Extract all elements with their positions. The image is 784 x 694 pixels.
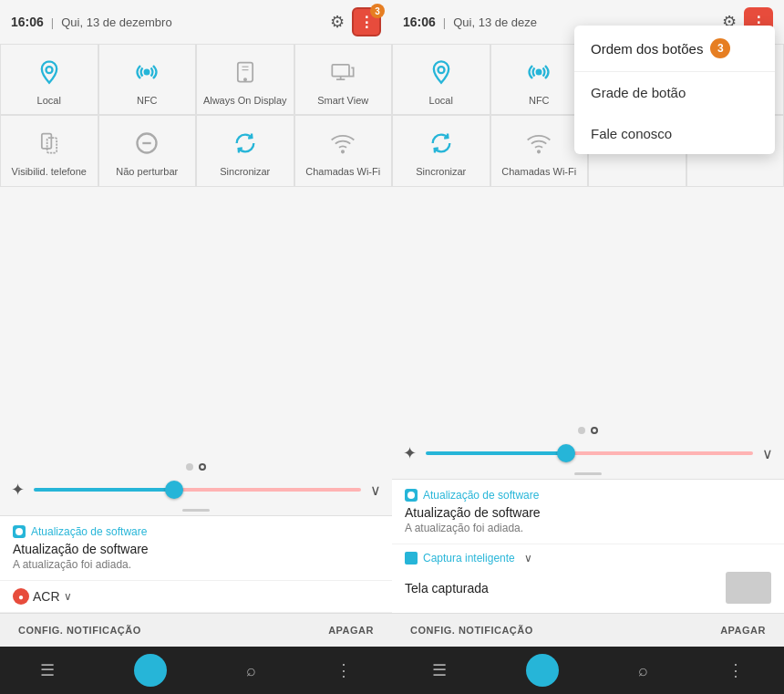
quick-item-sync[interactable]: Sincronizar — [196, 115, 294, 186]
handle-bar — [0, 505, 392, 515]
dnd-icon — [130, 127, 163, 160]
sync-icon — [229, 127, 262, 160]
notif-app-icon — [13, 525, 26, 538]
right-apagar-button[interactable]: APAGAR — [715, 621, 771, 639]
right-home-button[interactable] — [526, 654, 559, 687]
quick-item-wifi-call[interactable]: Chamadas Wi-Fi — [294, 115, 393, 186]
right-bottom-bar: CONFIG. NOTIFICAÇÃO APAGAR — [392, 613, 784, 647]
tela-title: Tela capturada — [405, 581, 489, 596]
pagination-dots — [0, 456, 392, 474]
notif-header: Atualização de software — [13, 525, 379, 538]
right-notification-area: Atualização de software Atualização de s… — [392, 479, 784, 613]
dropdown-item-order[interactable]: Ordem dos botões 3 — [574, 26, 775, 72]
acr-row[interactable]: ● ACR ∨ — [0, 581, 392, 613]
nfc-icon — [130, 56, 163, 88]
right-quick-item-nfc[interactable]: NFC — [490, 44, 589, 115]
right-more-icon[interactable]: ⋮ — [727, 660, 744, 680]
gear-icon[interactable]: ⚙ — [330, 12, 345, 32]
chevron-down-icon[interactable]: ∨ — [370, 482, 381, 499]
dropdown-label-order: Ordem dos botões — [591, 41, 703, 57]
right-notif-body: A atualização foi adiada. — [405, 522, 771, 534]
svg-point-21 — [538, 150, 540, 152]
svg-rect-6 — [333, 65, 350, 77]
quick-item-smart-view[interactable]: Smart View — [294, 44, 393, 115]
quick-label-local: Local — [37, 94, 61, 107]
more-icon[interactable]: ⋮ — [335, 660, 352, 680]
right-menu-icon[interactable]: ☰ — [432, 660, 447, 680]
search-icon[interactable]: ⌕ — [246, 661, 256, 680]
dot-2 — [199, 463, 206, 471]
right-brightness-track — [426, 451, 753, 455]
wifi-call-icon — [326, 127, 359, 160]
right-spacer-area — [392, 194, 784, 420]
captura-chevron-icon: ∨ — [524, 552, 532, 565]
right-brightness-thumb — [557, 444, 575, 462]
quick-item-nfc[interactable]: NFC — [98, 44, 197, 115]
dot-1 — [186, 463, 193, 471]
quick-item-dnd[interactable]: Não perturbar — [98, 115, 197, 186]
right-chevron-down-icon[interactable]: ∨ — [762, 445, 773, 462]
svg-point-15 — [438, 67, 444, 73]
quick-label-dnd: Não perturbar — [116, 165, 178, 178]
right-quick-label-sync: Sincronizar — [416, 165, 466, 178]
acr-chevron-icon: ∨ — [64, 590, 72, 603]
right-quick-label-local: Local — [429, 94, 453, 107]
notification-badge: 3 — [370, 4, 385, 18]
right-software-update-notification: Atualização de software Atualização de s… — [392, 480, 784, 544]
quick-settings: Local NFC — [0, 44, 392, 194]
right-handle-bar — [392, 469, 784, 479]
smart-view-icon — [326, 56, 359, 88]
right-handle — [574, 472, 602, 475]
quick-label-visibility: Visibilid. telefone — [12, 165, 87, 178]
right-nav-bar: ☰ ⌕ ⋮ — [392, 647, 784, 694]
svg-point-5 — [244, 78, 246, 80]
acr-label: ACR — [33, 589, 60, 604]
dropdown-badge: 3 — [710, 38, 730, 58]
more-options-button[interactable]: ⋮ 3 — [352, 7, 381, 36]
apagar-button[interactable]: APAGAR — [323, 621, 379, 639]
right-config-notif-button[interactable]: CONFIG. NOTIFICAÇÃO — [405, 621, 539, 639]
brightness-thumb — [165, 481, 183, 499]
brightness-row: ✦ ∨ — [0, 474, 392, 505]
right-nfc-icon — [522, 56, 555, 88]
quick-item-always-on[interactable]: Always On Display — [196, 44, 294, 115]
left-status-icons: ⚙ ⋮ 3 — [330, 7, 381, 36]
svg-point-14 — [15, 528, 23, 535]
notif-app-name: Atualização de software — [31, 525, 147, 538]
right-notif-app-icon — [405, 489, 418, 502]
notification-area: Atualização de software Atualização de s… — [0, 515, 392, 613]
dropdown-menu: Ordem dos botões 3 Grade de botão Fale c… — [574, 26, 775, 154]
quick-item-local[interactable]: Local — [0, 44, 98, 115]
right-wifi-call-icon — [522, 127, 555, 160]
right-sync-icon — [425, 127, 458, 160]
right-dot-2 — [591, 427, 598, 434]
dropdown-item-fale[interactable]: Fale conosco — [574, 113, 775, 154]
right-quick-item-sync[interactable]: Sincronizar — [392, 115, 490, 186]
dropdown-item-grade[interactable]: Grade de botão — [574, 72, 775, 113]
right-search-icon[interactable]: ⌕ — [638, 661, 648, 680]
right-quick-item-wifi-call[interactable]: Chamadas Wi-Fi — [490, 115, 589, 186]
menu-icon[interactable]: ☰ — [40, 660, 55, 680]
visibility-icon — [33, 127, 66, 160]
quick-label-sync: Sincronizar — [220, 165, 270, 178]
brightness-track — [34, 488, 361, 492]
right-notif-header: Atualização de software — [405, 489, 771, 502]
notif-title: Atualização de software — [13, 542, 379, 556]
left-panel: 16:06 | Qui, 13 de dezembro ⚙ ⋮ 3 Local — [0, 0, 392, 694]
right-quick-item-local[interactable]: Local — [392, 44, 490, 115]
captura-row: Captura inteligente ∨ — [392, 544, 784, 568]
tela-thumbnail — [726, 572, 771, 604]
location-icon — [33, 56, 66, 88]
quick-grid-row2: Visibilid. telefone Não perturbar — [0, 115, 392, 186]
quick-label-wifi-call: Chamadas Wi-Fi — [305, 165, 380, 178]
left-status-bar: 16:06 | Qui, 13 de dezembro ⚙ ⋮ 3 — [0, 0, 392, 44]
config-notif-button[interactable]: CONFIG. NOTIFICAÇÃO — [13, 621, 147, 639]
right-brightness-slider[interactable] — [426, 444, 753, 462]
right-brightness-icon: ✦ — [403, 443, 417, 463]
always-on-icon — [229, 56, 262, 88]
quick-item-visibility[interactable]: Visibilid. telefone — [0, 115, 98, 186]
brightness-icon: ✦ — [11, 480, 25, 500]
brightness-slider[interactable] — [34, 481, 361, 499]
home-button[interactable] — [134, 654, 167, 687]
right-location-icon — [425, 56, 458, 88]
